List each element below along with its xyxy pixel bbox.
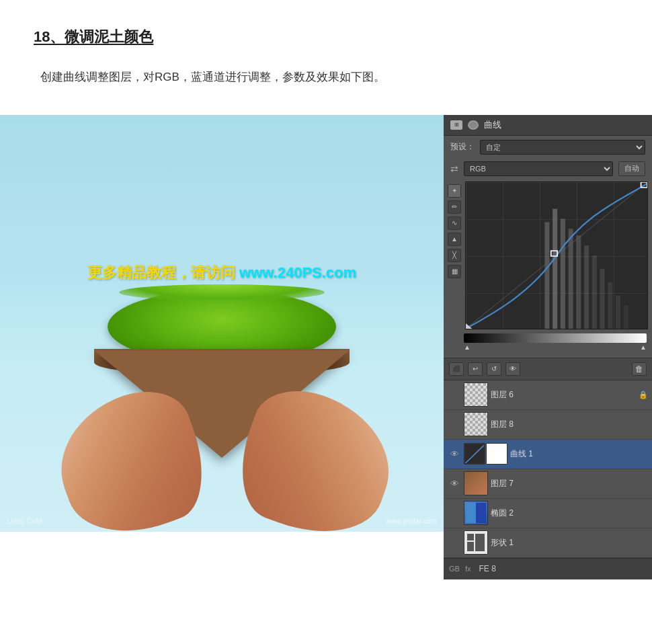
svg-rect-8 xyxy=(608,282,612,328)
layer-item[interactable]: 👁 图层 7 xyxy=(444,469,652,499)
pencil-tool[interactable]: ✏ xyxy=(448,200,461,214)
bottom-bar: GB fx FE 8 xyxy=(444,558,652,579)
layer-thumb-7 xyxy=(464,471,488,495)
earth-illustration xyxy=(40,263,403,532)
svg-rect-1 xyxy=(553,208,557,328)
image-area: 更多精品教程，请访问 www.240PS.com UiBQ.CoM www.ps… xyxy=(0,115,444,532)
layer-name-shape: 形状 1 xyxy=(491,537,648,549)
svg-rect-0 xyxy=(544,222,549,329)
panel-header: ⊞ 曲线 xyxy=(444,115,652,136)
svg-rect-18 xyxy=(476,503,486,523)
layer-eye-ellipse[interactable]: 👁 xyxy=(448,506,461,520)
gb-icon[interactable]: GB xyxy=(449,565,460,573)
clip-to-layer-btn[interactable]: ⬛ xyxy=(449,362,464,376)
layer-thumb-mask xyxy=(486,443,507,465)
layer-item[interactable]: 👁 椭圆 2 xyxy=(444,499,652,528)
curves-graph[interactable] xyxy=(465,182,648,329)
delete-layer-btn[interactable]: 🗑 xyxy=(632,362,647,376)
preset-label: 预设： xyxy=(450,141,475,153)
layer-eye-7[interactable]: 👁 xyxy=(448,477,461,490)
layer-thumb-ellipse xyxy=(464,501,488,525)
eye-action-btn[interactable]: 👁 xyxy=(505,362,520,376)
description-text: 创建曲线调整图层，对RGB，蓝通道进行调整，参数及效果如下图。 xyxy=(34,67,618,88)
ps-panel: ⊞ 曲线 预设： 自定 ⇄ RGB 红 绿 蓝 自动 ✦ xyxy=(444,115,652,579)
fe8-label: FE 8 xyxy=(479,564,495,573)
layer-eye-8[interactable]: 👁 xyxy=(448,417,461,431)
layer-dual-thumb xyxy=(464,443,507,465)
left-handle[interactable]: ▲ xyxy=(464,344,471,351)
watermark-text1: 更多精品教程，请访问 xyxy=(87,264,239,281)
main-content: 更多精品教程，请访问 www.240PS.com UiBQ.CoM www.ps… xyxy=(0,115,652,579)
svg-rect-21 xyxy=(475,534,485,551)
channel-select[interactable]: RGB 红 绿 蓝 xyxy=(464,161,613,176)
watermark: 更多精品教程，请访问 www.240PS.com xyxy=(87,263,356,283)
layers-list: 👁 图层 6 🔒 👁 图层 8 👁 xyxy=(444,380,652,558)
layer-item-curves[interactable]: 👁 曲线 1 xyxy=(444,440,652,469)
layer-thumb-8 xyxy=(464,412,488,436)
curves-area: ✦ ✏ ∿ ▲ ╳ ▦ xyxy=(444,179,652,332)
layer-eye-6[interactable]: 👁 xyxy=(448,388,461,401)
layer-eye-shape[interactable]: 👁 xyxy=(448,536,461,549)
svg-rect-22 xyxy=(467,542,474,551)
target-tool[interactable]: ╳ xyxy=(448,249,461,262)
svg-rect-20 xyxy=(467,534,474,540)
channel-icon: ⇄ xyxy=(450,163,458,174)
slider-bar-wrap: ▲ ▲ xyxy=(444,332,652,346)
layer-name-7: 图层 7 xyxy=(491,478,648,489)
layer-name-8: 图层 8 xyxy=(491,419,648,430)
spacer xyxy=(444,346,652,358)
layer-name-ellipse: 椭圆 2 xyxy=(491,508,648,519)
curves-svg xyxy=(466,182,647,329)
auto-button[interactable]: 自动 xyxy=(618,161,645,176)
curves-tools: ✦ ✏ ∿ ▲ ╳ ▦ xyxy=(448,182,462,329)
layer-item[interactable]: 👁 图层 6 🔒 xyxy=(444,380,652,410)
layer-item[interactable]: 👁 图层 8 xyxy=(444,410,652,440)
panel-cam-icon xyxy=(468,120,479,130)
reset-btn[interactable]: ↺ xyxy=(487,362,501,376)
layer-lock-6: 🔒 xyxy=(639,391,648,399)
svg-rect-7 xyxy=(600,268,605,328)
bottom-watermark-right: www.psdai.com xyxy=(386,517,437,525)
wave-tool[interactable]: ∿ xyxy=(448,216,461,230)
header-section: 18、微调泥土颜色 创建曲线调整图层，对RGB，蓝通道进行调整，参数及效果如下图… xyxy=(0,0,652,102)
layer-thumb-6 xyxy=(464,383,488,407)
layer-name-6: 图层 6 xyxy=(491,389,636,401)
svg-rect-6 xyxy=(592,255,597,329)
panel-grid-icon: ⊞ xyxy=(450,120,462,130)
layer-thumb-curves xyxy=(464,443,485,465)
svg-rect-10 xyxy=(624,305,628,329)
previous-btn[interactable]: ↩ xyxy=(468,362,483,376)
preset-row: 预设： 自定 xyxy=(444,136,652,159)
svg-rect-9 xyxy=(616,295,620,329)
page-title: 18、微调泥土颜色 xyxy=(34,27,618,47)
point-tool[interactable]: ✦ xyxy=(448,184,461,198)
svg-rect-4 xyxy=(576,235,581,329)
eyedropper-tool[interactable]: ▲ xyxy=(448,233,461,246)
right-handle[interactable]: ▲ xyxy=(640,344,647,351)
gradient-slider[interactable]: ▲ ▲ xyxy=(464,333,647,343)
bottom-watermark-left: UiBQ.CoM xyxy=(7,517,42,525)
watermark-text2: www.240PS.com xyxy=(239,264,356,281)
layer-eye-curves[interactable]: 👁 xyxy=(448,447,461,460)
svg-rect-5 xyxy=(584,245,589,329)
fx-icon[interactable]: fx xyxy=(465,565,471,573)
panel-title: 曲线 xyxy=(484,119,501,131)
channel-row: ⇄ RGB 红 绿 蓝 自动 xyxy=(444,159,652,179)
svg-rect-2 xyxy=(561,218,565,329)
histogram-tool[interactable]: ▦ xyxy=(448,265,461,278)
panel-actions: ⬛ ↩ ↺ 👁 🗑 xyxy=(444,358,652,380)
layer-name-curves: 曲线 1 xyxy=(510,448,648,460)
preset-select[interactable]: 自定 xyxy=(480,140,645,155)
svg-rect-17 xyxy=(466,503,476,523)
layer-thumb-shape xyxy=(464,530,488,555)
layer-item[interactable]: 👁 形状 1 xyxy=(444,528,652,558)
